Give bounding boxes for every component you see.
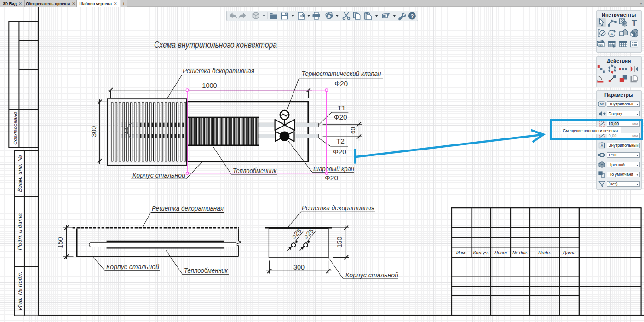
svg-text:A1: A1	[599, 44, 602, 47]
svg-text:T: T	[632, 18, 637, 28]
svg-text:Корпус стальной: Корпус стальной	[345, 271, 398, 279]
svg-text:∅25: ∅25	[302, 227, 315, 241]
svg-text:∅25: ∅25	[290, 227, 303, 241]
svg-text:Корпус стальной: Корпус стальной	[106, 263, 159, 270]
svg-text:Термостатический клапан: Термостатический клапан	[302, 69, 381, 77]
svg-text:Схема внутрипольного конвектор: Схема внутрипольного конвектора	[154, 40, 277, 50]
svg-text:60: 60	[350, 127, 356, 134]
svg-text:1000: 1000	[202, 82, 217, 89]
svg-text:Решетка декоративная: Решетка декоративная	[302, 204, 374, 212]
svg-text:300: 300	[90, 126, 98, 137]
svg-text:Ф20: Ф20	[334, 80, 348, 87]
svg-text:Теплообменник: Теплообменник	[233, 167, 277, 174]
svg-text:№ док.: № док.	[512, 250, 528, 255]
svg-text:Инв. № подл.: Инв. № подл.	[17, 271, 23, 310]
svg-text:Дата: Дата	[563, 250, 576, 255]
svg-text:Согласовано: Согласовано	[12, 112, 17, 145]
svg-text:A1: A1	[600, 103, 604, 105]
svg-text:150: 150	[336, 236, 343, 247]
svg-text:T1: T1	[338, 104, 346, 112]
svg-text:Кол.уч.: Кол.уч.	[473, 250, 489, 255]
svg-text:Решетка декоративная: Решетка декоративная	[183, 67, 254, 75]
svg-text:Изм.: Изм.	[456, 250, 466, 255]
svg-text:Ф20: Ф20	[325, 174, 338, 182]
svg-text:150: 150	[57, 237, 64, 248]
svg-text:Ф20: Ф20	[334, 113, 347, 121]
svg-text:Подп. и дата: Подп. и дата	[17, 213, 23, 250]
svg-text:300: 300	[293, 264, 305, 271]
svg-text:A: A	[610, 32, 613, 36]
svg-text:A: A	[600, 144, 603, 148]
svg-text:Корпус стальной: Корпус стальной	[132, 171, 185, 179]
svg-text:Подп.: Подп.	[538, 250, 551, 255]
svg-text:Лист: Лист	[494, 250, 507, 255]
svg-text:Теплообменник: Теплообменник	[184, 266, 228, 274]
svg-text:Взам. инв. №: Взам. инв. №	[17, 155, 23, 192]
svg-text:T2: T2	[336, 137, 345, 145]
svg-text:Ф20: Ф20	[333, 148, 346, 155]
svg-text:Решетка декоративная: Решетка декоративная	[152, 204, 224, 212]
svg-text:Шаровый кран: Шаровый кран	[313, 165, 354, 172]
